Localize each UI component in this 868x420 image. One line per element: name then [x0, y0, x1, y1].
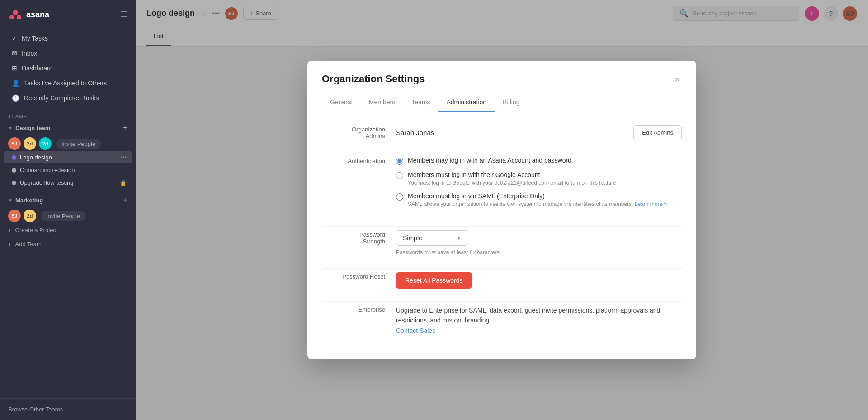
auth-asana-label-group: Members may log in with an Asana Account…: [408, 157, 571, 164]
authentication-content: Members may log in with an Asana Account…: [396, 157, 682, 214]
logo-design-dot: [12, 155, 16, 160]
tab-administration[interactable]: Administration: [438, 93, 495, 112]
sidebar-toggle-icon[interactable]: ☰: [120, 9, 127, 19]
enterprise-text: Upgrade to Enterprise for SAML, data exp…: [396, 305, 682, 326]
teams-label: Teams: [0, 107, 136, 121]
browse-teams-button[interactable]: Browse Other Teams: [0, 398, 136, 420]
authentication-label: Authentication: [322, 157, 385, 164]
design-team-members: SJ 2d 2d Invite People: [0, 135, 136, 151]
modal-header: Organization Settings ×: [307, 61, 696, 86]
auth-google-radio[interactable]: [396, 172, 403, 179]
project-item-upgrade-flow[interactable]: Upgrade flow testing 🔒: [4, 177, 132, 189]
design-team-add-icon[interactable]: +: [123, 124, 127, 132]
password-strength-label: Password Strength: [322, 230, 385, 245]
sidebar-item-assigned[interactable]: 👤 Tasks I've Assigned to Others: [4, 76, 132, 90]
reset-all-passwords-button[interactable]: Reset All Passwords: [396, 272, 472, 289]
admin-name: Sarah Jonas: [396, 129, 434, 136]
dropdown-caret-icon: ▼: [456, 235, 462, 241]
contact-sales-link[interactable]: Contact Sales: [396, 327, 682, 334]
modal-close-button[interactable]: ×: [673, 73, 682, 86]
auth-asana-label: Members may log in with an Asana Account…: [408, 157, 571, 164]
avatar-2d-marketing: 2d: [24, 210, 36, 222]
divider-4: [322, 301, 682, 302]
avatar-2d-teal: 2d: [39, 137, 52, 150]
tab-general[interactable]: General: [322, 93, 361, 112]
project-item-logo-design[interactable]: Logo design •••: [4, 151, 132, 163]
create-project-button[interactable]: + Create a Project: [0, 223, 136, 237]
password-reset-content: Reset All Passwords: [396, 272, 682, 289]
avatar-sj: SJ: [8, 137, 21, 150]
project-item-onboarding[interactable]: Onboarding redesign: [4, 164, 132, 176]
password-strength-value: Simple: [403, 234, 422, 242]
auth-option-saml: Members must log in via SAML (Enterprise…: [396, 192, 682, 207]
auth-google-label: Members must log in with their Google Ac…: [408, 171, 618, 178]
password-reset-row: Password Reset Reset All Passwords: [322, 272, 682, 289]
password-hint: Passwords must have at least 8 character…: [396, 249, 682, 256]
password-strength-dropdown[interactable]: Simple ▼: [396, 230, 468, 246]
auth-option-google: Members must log in with their Google Ac…: [396, 171, 682, 186]
tab-teams[interactable]: Teams: [403, 93, 438, 112]
org-admins-row: Organization Admins Sarah Jonas Edit Adm…: [322, 125, 682, 140]
recently-completed-icon: 🕐: [12, 94, 19, 102]
sidebar-item-recently-completed[interactable]: 🕐 Recently Completed Tasks: [4, 91, 132, 105]
org-admins-content: Sarah Jonas Edit Admins: [396, 125, 682, 140]
sidebar-header: asana ☰: [0, 0, 136, 29]
dashboard-icon: ⊞: [12, 65, 17, 72]
project-more-icon[interactable]: •••: [120, 154, 127, 161]
sidebar-nav: ✓ My Tasks ✉ Inbox ⊞ Dashboard 👤 Tasks I…: [0, 29, 136, 107]
learn-more-link[interactable]: Learn more »: [635, 201, 667, 207]
divider-1: [322, 153, 682, 153]
sidebar: asana ☰ ✓ My Tasks ✉ Inbox ⊞ Dashboard 👤…: [0, 0, 136, 420]
auth-saml-desc: SAML allows your organization to use its…: [408, 201, 667, 207]
enterprise-row: Enterprise Upgrade to Enterprise for SAM…: [322, 305, 682, 335]
marketing-team-add-icon[interactable]: +: [123, 196, 127, 204]
design-team-invite-button[interactable]: Invite People: [56, 139, 101, 149]
design-team-caret-icon: ▼: [8, 126, 13, 131]
sidebar-item-dashboard[interactable]: ⊞ Dashboard: [4, 61, 132, 75]
auth-asana-radio[interactable]: [396, 158, 403, 165]
authentication-row: Authentication Members may log in with a…: [322, 157, 682, 214]
avatar-2d-orange: 2d: [24, 137, 36, 150]
sidebar-item-my-tasks[interactable]: ✓ My Tasks: [4, 31, 132, 46]
tab-billing[interactable]: Billing: [495, 93, 528, 112]
design-team-header[interactable]: ▼ Design team +: [0, 121, 136, 135]
password-strength-row: Password Strength Simple ▼ Passwords mus…: [322, 230, 682, 256]
modal-tabs: General Members Teams Administration Bil…: [307, 93, 696, 112]
add-team-icon: +: [8, 241, 12, 247]
auth-google-label-group: Members must log in with their Google Ac…: [408, 171, 618, 186]
marketing-team-members: SJ 2d Invite People: [0, 207, 136, 223]
svg-point-0: [13, 10, 18, 15]
marketing-team-title: ▼ Marketing: [8, 197, 43, 204]
marketing-team-invite-button[interactable]: Invite People: [41, 211, 85, 221]
modal-title: Organization Settings: [322, 73, 425, 85]
add-team-button[interactable]: + Add Team: [0, 237, 136, 251]
sidebar-item-inbox[interactable]: ✉ Inbox: [4, 46, 132, 61]
onboarding-dot: [12, 168, 16, 173]
lock-icon: 🔒: [120, 180, 127, 186]
marketing-team-header[interactable]: ▼ Marketing +: [0, 193, 136, 207]
modal-body: Organization Admins Sarah Jonas Edit Adm…: [307, 112, 696, 360]
svg-point-1: [9, 15, 14, 19]
teams-section: Teams ▼ Design team + SJ 2d 2d Invite Pe…: [0, 107, 136, 223]
assigned-icon: 👤: [12, 79, 19, 87]
enterprise-content: Upgrade to Enterprise for SAML, data exp…: [396, 305, 682, 335]
main-content: Logo design ☆ ••• SJ ↑ Share 🔍 Go to any…: [136, 0, 868, 420]
logo-text: asana: [26, 10, 49, 19]
org-admins-label: Organization Admins: [322, 125, 385, 140]
plus-icon: +: [8, 227, 12, 233]
my-tasks-icon: ✓: [12, 35, 17, 42]
logo: asana: [8, 7, 49, 22]
organization-settings-modal: Organization Settings × General Members …: [307, 61, 696, 360]
edit-admins-button[interactable]: Edit Admins: [633, 125, 682, 140]
enterprise-label: Enterprise: [322, 305, 385, 313]
avatar-sj-marketing: SJ: [8, 210, 21, 222]
auth-saml-label: Members must log in via SAML (Enterprise…: [408, 192, 667, 200]
auth-google-desc: You must log in to Google with your dc02…: [408, 180, 618, 186]
tab-members[interactable]: Members: [361, 93, 403, 112]
asana-logo-icon: [8, 7, 23, 22]
upgrade-flow-dot: [12, 181, 16, 185]
auth-option-asana: Members may log in with an Asana Account…: [396, 157, 682, 165]
auth-saml-radio[interactable]: [396, 193, 403, 201]
password-strength-content: Simple ▼ Passwords must have at least 8 …: [396, 230, 682, 256]
password-reset-label: Password Reset: [322, 272, 385, 280]
